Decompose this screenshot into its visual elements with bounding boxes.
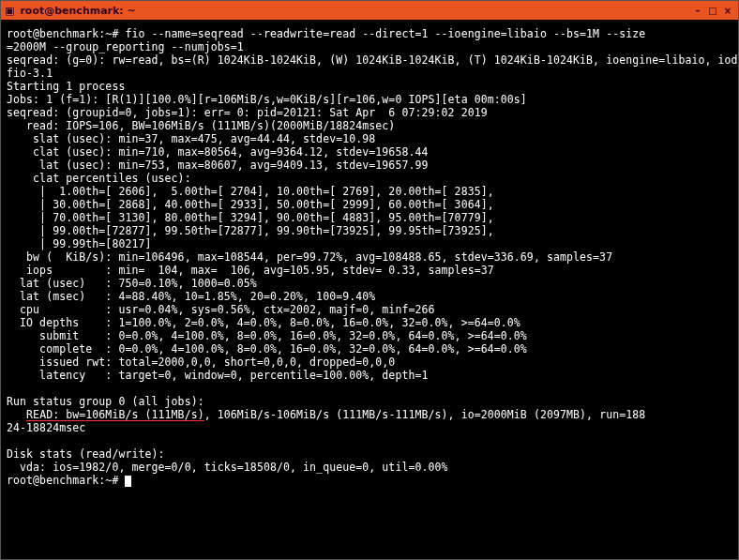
output-line: Run status group 0 (all jobs): <box>7 395 204 408</box>
output-line: Starting 1 process <box>7 80 125 93</box>
window-title: root@benchmark: ~ <box>20 5 135 17</box>
output-line: clat percentiles (usec): <box>7 172 191 185</box>
output-line: | 99.99th=[80217] <box>7 237 152 250</box>
prompt-line: root@benchmark:~# fio --name=seqread --r… <box>7 27 645 53</box>
output-line: Disk stats (read/write): <box>7 447 165 461</box>
read-status-line: READ: bw=106MiB/s (111MB/s), 106MiB/s-10… <box>7 408 645 434</box>
minimize-icon[interactable]: – <box>691 4 704 17</box>
titlebar[interactable]: ▣ root@benchmark: ~ – □ × <box>1 1 738 20</box>
window-icon: ▣ <box>5 5 14 17</box>
output-line: fio-3.1 <box>7 67 53 80</box>
close-icon[interactable]: × <box>721 4 734 17</box>
output-line: latency : target=0, window=0, percentile… <box>7 369 429 382</box>
output-line: vda: ios=1982/0, merge=0/0, ticks=18508/… <box>7 461 448 474</box>
output-line: Jobs: 1 (f=1): [R(1)][100.0%][r=106MiB/s… <box>7 93 527 106</box>
output-line: lat (usec) : 750=0.10%, 1000=0.05% <box>7 277 257 290</box>
cursor <box>125 476 131 487</box>
terminal-body[interactable]: root@benchmark:~# fio --name=seqread --r… <box>1 20 738 559</box>
output-line: clat (usec): min=710, max=80564, avg=936… <box>7 145 429 159</box>
output-line: iops : min= 104, max= 106, avg=105.95, s… <box>7 264 494 277</box>
output-line: bw ( KiB/s): min=106496, max=108544, per… <box>7 250 612 264</box>
output-line: cpu : usr=0.04%, sys=0.56%, ctx=2002, ma… <box>7 303 435 316</box>
output-line: complete : 0=0.0%, 4=100.0%, 8=0.0%, 16=… <box>7 342 527 356</box>
output-line: read: IOPS=106, BW=106MiB/s (111MB/s)(20… <box>7 119 395 132</box>
output-line: | 30.00th=[ 2868], 40.00th=[ 2933], 50.0… <box>7 198 494 211</box>
output-line: issued rwt: total=2000,0,0, short=0,0,0,… <box>7 356 395 369</box>
output-line: IO depths : 1=100.0%, 2=0.0%, 4=0.0%, 8=… <box>7 316 520 329</box>
output-line: | 1.00th=[ 2606], 5.00th=[ 2704], 10.00t… <box>7 185 494 198</box>
terminal-window: ▣ root@benchmark: ~ – □ × root@benchmark… <box>0 0 739 560</box>
highlight-read-bw: READ: bw=106MiB/s (111MB/s) <box>26 408 204 421</box>
output-line: seqread: (groupid=0, jobs=1): err= 0: pi… <box>7 106 488 119</box>
output-line: seqread: (g=0): rw=read, bs=(R) 1024KiB-… <box>7 53 738 67</box>
maximize-icon[interactable]: □ <box>706 4 719 17</box>
output-line: lat (msec) : 4=88.40%, 10=1.85%, 20=0.20… <box>7 290 375 303</box>
output-line: submit : 0=0.0%, 4=100.0%, 8=0.0%, 16=0.… <box>7 329 527 342</box>
output-line: | 70.00th=[ 3130], 80.00th=[ 3294], 90.0… <box>7 211 494 224</box>
output-line: slat (usec): min=37, max=475, avg=44.44,… <box>7 132 375 145</box>
output-line: lat (usec): min=753, max=80607, avg=9409… <box>7 159 429 172</box>
prompt-line: root@benchmark:~# <box>7 474 125 487</box>
output-line: | 99.00th=[72877], 99.50th=[72877], 99.9… <box>7 224 494 237</box>
